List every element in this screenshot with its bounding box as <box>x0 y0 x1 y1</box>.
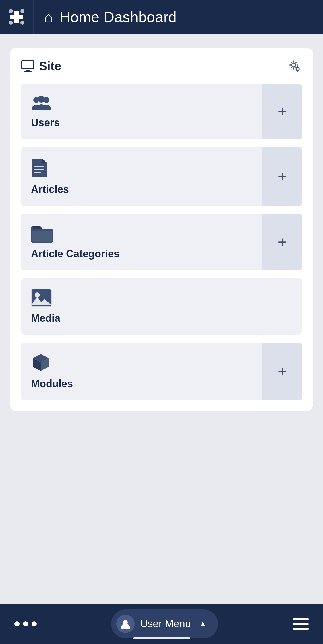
users-label: Users <box>31 117 60 129</box>
users-plus-icon: + <box>278 103 287 120</box>
svg-point-7 <box>9 21 13 25</box>
hamburger-line-2 <box>293 623 309 625</box>
article-categories-plus-icon: + <box>278 233 287 251</box>
articles-label: Articles <box>31 183 69 195</box>
main-content: Site <box>0 34 323 604</box>
article-categories-plus-button[interactable]: + <box>262 214 302 270</box>
user-menu-label: User Menu <box>140 618 191 630</box>
page-title: Home Dashboard <box>59 8 177 26</box>
card-title: Site <box>39 59 61 73</box>
user-menu-button[interactable]: User Menu ▲ <box>111 610 218 638</box>
avatar-icon <box>120 618 131 629</box>
home-icon: ⌂ <box>44 8 53 26</box>
svg-rect-4 <box>14 15 19 19</box>
chevron-up-icon: ▲ <box>199 619 207 628</box>
modules-plus-button[interactable]: + <box>262 343 302 400</box>
articles-plus-icon: + <box>278 168 287 185</box>
header-title-area: ⌂ Home Dashboard <box>34 8 177 26</box>
svg-point-6 <box>20 9 24 13</box>
media-item[interactable]: Media <box>21 278 302 335</box>
hamburger-button[interactable] <box>293 618 309 630</box>
svg-rect-19 <box>34 172 41 173</box>
media-label: Media <box>31 312 60 324</box>
article-categories-label: Article Categories <box>31 248 119 260</box>
users-item[interactable]: Users + <box>21 84 302 139</box>
media-item-main[interactable]: Media <box>21 278 302 335</box>
dot-1 <box>14 621 20 626</box>
modules-label: Modules <box>31 378 73 390</box>
svg-point-5 <box>9 9 13 13</box>
modules-item-main[interactable]: Modules <box>21 343 262 400</box>
dot-3 <box>32 621 37 626</box>
articles-item-main[interactable]: Articles <box>21 147 262 206</box>
svg-rect-10 <box>26 70 30 71</box>
cube-icon <box>31 353 51 373</box>
users-icon <box>31 94 52 112</box>
modules-item[interactable]: Modules + <box>21 343 302 400</box>
modules-plus-icon: + <box>278 363 287 380</box>
users-plus-button[interactable]: + <box>262 84 302 139</box>
articles-plus-button[interactable]: + <box>262 147 302 206</box>
bottom-bar-wrapper: User Menu ▲ <box>0 604 323 644</box>
gear-icon[interactable] <box>287 59 302 74</box>
svg-rect-11 <box>24 71 32 72</box>
article-categories-item[interactable]: Article Categories + <box>21 214 302 270</box>
hamburger-line-3 <box>293 628 309 630</box>
header: ⌂ Home Dashboard <box>0 0 323 34</box>
dots-button[interactable] <box>14 621 37 626</box>
articles-item[interactable]: Articles + <box>21 147 302 206</box>
svg-point-12 <box>292 63 296 67</box>
site-card: Site <box>10 48 313 411</box>
card-header: Site <box>21 59 302 74</box>
articles-icon <box>31 158 48 178</box>
svg-point-16 <box>38 96 45 103</box>
media-icon <box>31 289 52 307</box>
svg-rect-18 <box>34 169 44 170</box>
monitor-icon <box>21 59 34 73</box>
user-avatar <box>116 615 135 633</box>
logo-box[interactable] <box>0 0 34 34</box>
svg-rect-9 <box>22 61 34 69</box>
hamburger-line-1 <box>293 618 309 620</box>
users-item-main[interactable]: Users <box>21 84 262 139</box>
dot-2 <box>23 621 28 626</box>
svg-point-8 <box>20 21 24 25</box>
svg-rect-17 <box>34 166 44 167</box>
joomla-logo-icon <box>7 8 26 26</box>
card-title-area: Site <box>21 59 61 73</box>
home-indicator <box>133 637 190 639</box>
folder-icon <box>31 224 53 243</box>
article-categories-item-main[interactable]: Article Categories <box>21 214 262 270</box>
